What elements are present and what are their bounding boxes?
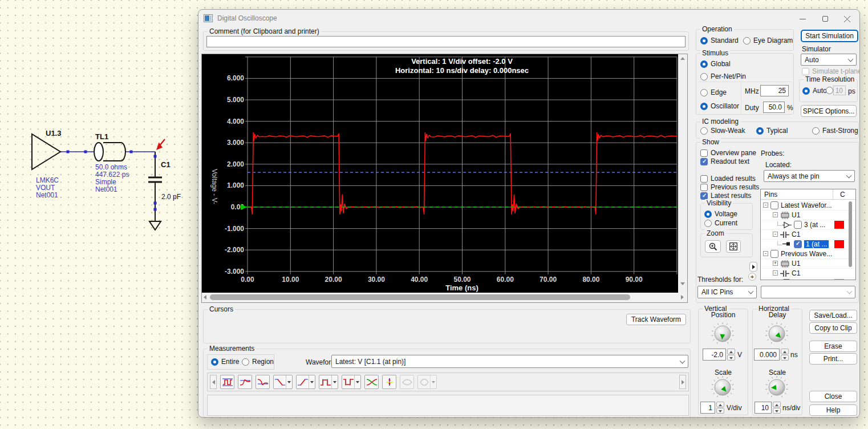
pins-add-button[interactable]: + xyxy=(748,273,756,281)
radio-eye-diagram[interactable]: Eye Diagram xyxy=(743,37,793,44)
previous-results-checkbox[interactable]: Previous results xyxy=(700,183,759,191)
plot-horizontal-scrollbar[interactable] xyxy=(202,293,687,302)
tree-expander[interactable]: + xyxy=(773,261,778,266)
copy-to-clip-button[interactable]: Copy to Clip xyxy=(809,322,857,334)
loaded-results-checkbox[interactable]: Loaded results xyxy=(700,175,756,183)
vertical-position-knob[interactable] xyxy=(710,321,735,346)
title-bar[interactable]: Digital Oscilloscope xyxy=(198,10,859,27)
simulate-tplanes-checkbox[interactable]: Simulate t-planes xyxy=(802,67,860,75)
spice-options-button[interactable]: SPICE Options... xyxy=(801,105,857,117)
measure-undershoot-button[interactable] xyxy=(255,375,270,389)
tree-expander[interactable]: - xyxy=(763,251,768,256)
measure-eye-button[interactable] xyxy=(400,375,414,389)
pins-tree-row[interactable]: -Latest Wavefor... xyxy=(761,201,855,211)
horizontal-scale-knob[interactable] xyxy=(764,375,789,400)
frequency-field[interactable]: 25 xyxy=(760,85,789,96)
tree-checkbox[interactable] xyxy=(794,221,802,229)
probe-location-select[interactable]: Always at the pin xyxy=(764,170,855,182)
trace-color-swatch[interactable] xyxy=(834,240,844,248)
latest-results-checkbox[interactable]: Latest results xyxy=(700,192,751,200)
dropdown-arrow-icon[interactable] xyxy=(331,375,337,388)
print-button[interactable]: Print... xyxy=(809,353,857,365)
radio-region[interactable]: Region xyxy=(242,358,274,366)
readout-text-checkbox[interactable]: Readout text xyxy=(700,157,749,165)
dropdown-arrow-icon[interactable] xyxy=(286,375,291,388)
pins-tree[interactable]: Pins C -Latest Wavefor...-U13 (at ...-C1… xyxy=(760,189,856,280)
measure-rise-time-button[interactable] xyxy=(296,375,315,389)
tree-expander[interactable]: - xyxy=(773,212,778,217)
thresholds-select[interactable]: All IC Pins xyxy=(697,286,757,298)
pins-tree-row[interactable]: -C1 xyxy=(761,269,855,278)
vertical-scale-spinner[interactable] xyxy=(716,402,724,414)
tree-expander[interactable]: - xyxy=(773,270,778,276)
horizontal-scale-field[interactable]: 10 xyxy=(755,402,772,414)
pins-tree-row[interactable] xyxy=(761,278,855,280)
measure-pulse-high-button[interactable] xyxy=(319,375,338,389)
tree-checkbox[interactable] xyxy=(770,250,778,258)
pins-tree-row[interactable]: -Previous Wave... xyxy=(761,249,855,259)
minimize-button[interactable] xyxy=(794,13,811,25)
tree-scrollbar[interactable] xyxy=(849,201,852,267)
close-dialog-button[interactable]: Close xyxy=(809,391,857,402)
scroll-up-icon[interactable] xyxy=(680,57,685,60)
tree-checkbox[interactable] xyxy=(782,279,790,280)
radio-oscillator[interactable]: Oscillator xyxy=(700,102,739,110)
pins-tree-row[interactable]: +U1 xyxy=(761,259,855,269)
measure-pulse-low-button[interactable] xyxy=(342,375,361,389)
tree-expander[interactable]: - xyxy=(763,203,768,208)
measure-cursor-button[interactable] xyxy=(382,375,396,389)
trace-color-swatch[interactable] xyxy=(834,279,844,280)
measure-frequency-button[interactable] xyxy=(220,375,234,389)
tree-expander[interactable]: - xyxy=(773,232,778,237)
zoom-fit-button[interactable] xyxy=(726,240,741,253)
radio-voltage[interactable]: Voltage xyxy=(704,210,737,218)
plot-vertical-scrollbar[interactable] xyxy=(678,54,687,293)
simulator-select[interactable]: Auto xyxy=(801,54,857,66)
pins-tree-row[interactable]: -U1 xyxy=(761,211,855,220)
radio-standard[interactable]: Standard xyxy=(700,37,739,44)
radio-current[interactable]: Current xyxy=(704,219,737,227)
start-simulation-button[interactable]: Start Simulation xyxy=(801,30,858,42)
radio-global[interactable]: Global xyxy=(700,60,731,68)
help-button[interactable]: Help xyxy=(809,404,857,416)
close-button[interactable] xyxy=(838,13,855,25)
radio-slow-weak[interactable]: Slow-Weak xyxy=(700,127,745,135)
vertical-position-spinner[interactable] xyxy=(727,349,735,361)
radio-entire[interactable]: Entire xyxy=(211,358,239,366)
scrollbar-thumb[interactable] xyxy=(210,294,630,300)
measure-overshoot-button[interactable] xyxy=(238,375,252,389)
waveform-select[interactable]: Latest: V [C1.1 (at pin)] xyxy=(331,355,688,368)
radio-edge[interactable]: Edge xyxy=(700,88,727,96)
radio-time-manual[interactable] xyxy=(826,87,833,94)
comment-input[interactable] xyxy=(206,36,686,47)
pins-pane-arrow-button[interactable] xyxy=(749,262,757,272)
toolbar-scroll-right-button[interactable] xyxy=(679,375,686,389)
pins-tree-row[interactable]: -C1 xyxy=(761,230,855,240)
threshold-value-select[interactable] xyxy=(761,286,855,298)
save-load-button[interactable]: Save/Load... xyxy=(809,310,857,321)
erase-button[interactable]: Erase xyxy=(809,341,857,352)
horizontal-scale-spinner[interactable] xyxy=(773,402,781,414)
radio-time-auto[interactable]: Auto xyxy=(802,87,827,95)
pins-tree-row[interactable]: 1 (at ... xyxy=(761,240,855,249)
plot-area[interactable]: 6.0005.0004.0003.0002.0001.0000.00-1.000… xyxy=(202,54,678,293)
vertical-position-field[interactable]: -2.0 xyxy=(703,349,726,361)
horizontal-delay-knob[interactable] xyxy=(764,321,789,346)
vertical-scale-field[interactable]: 1 xyxy=(700,402,715,414)
track-waveform-button[interactable]: Track Waveform xyxy=(626,314,686,325)
trace-color-swatch[interactable] xyxy=(834,221,844,229)
measure-mask-button[interactable] xyxy=(417,375,437,389)
zoom-in-button[interactable] xyxy=(705,240,721,253)
scroll-right-icon[interactable] xyxy=(681,295,684,300)
duty-field[interactable]: 50.0 xyxy=(763,102,785,113)
measure-crossing-button[interactable] xyxy=(364,375,379,389)
pins-tree-row[interactable]: 3 (at ... xyxy=(761,220,855,230)
vertical-scale-knob[interactable] xyxy=(710,375,735,400)
radio-typical[interactable]: Typical xyxy=(756,127,788,135)
horizontal-delay-spinner[interactable] xyxy=(781,349,789,361)
dropdown-arrow-icon[interactable] xyxy=(354,375,360,388)
time-resolution-field[interactable]: 10 xyxy=(833,86,846,95)
measure-fall-time-button[interactable] xyxy=(273,375,293,389)
tree-checkbox[interactable] xyxy=(794,240,802,248)
scroll-down-icon[interactable] xyxy=(680,282,685,285)
